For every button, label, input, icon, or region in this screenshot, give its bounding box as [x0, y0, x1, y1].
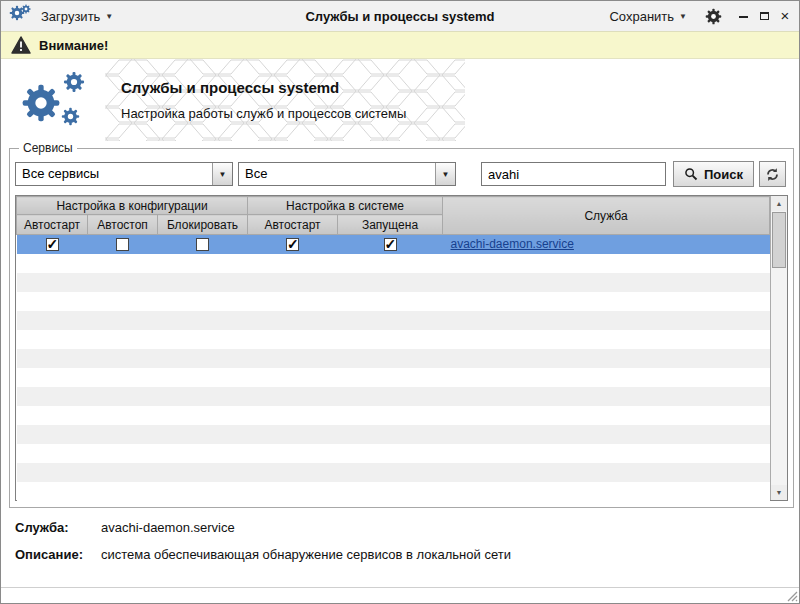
checkbox-config-block[interactable]	[196, 238, 209, 251]
chevron-down-icon: ▼	[105, 12, 113, 21]
column-header-autostart-config: Автостарт	[17, 215, 88, 235]
group-header-system: Настройка в системе	[248, 197, 443, 215]
service-filter-dropdown[interactable]: Все сервисы ▼	[15, 162, 233, 186]
filter-toolbar: Все сервисы ▼ Все ▼ Поиск	[15, 161, 788, 187]
table-empty-row	[17, 349, 770, 368]
table-empty-row	[17, 406, 770, 425]
services-legend: Сервисы	[19, 141, 77, 155]
gears-logo-icon	[17, 67, 109, 133]
refresh-icon	[765, 167, 780, 182]
search-button-label: Поиск	[704, 167, 743, 182]
table-body: avachi-daemon.service	[17, 235, 770, 501]
close-button[interactable]: ×	[779, 9, 791, 23]
gear-icon	[705, 8, 722, 25]
vertical-scrollbar[interactable]: ▲ ▼	[770, 196, 787, 500]
warning-bar: Внимание!	[1, 31, 799, 59]
scroll-up-arrow-icon[interactable]: ▲	[771, 196, 787, 211]
page-subtitle: Настройка работы служб и процессов систе…	[121, 106, 406, 121]
app-gears-icon	[9, 5, 35, 27]
dropdown-arrow-icon[interactable]: ▼	[212, 163, 232, 185]
service-detail-label: Служба:	[15, 520, 101, 535]
save-menu-label: Сохранить	[609, 9, 674, 24]
warning-text: Внимание!	[39, 38, 108, 53]
column-header-autostart-system: Автостарт	[248, 215, 338, 235]
scrollbar-thumb[interactable]	[772, 212, 786, 268]
search-icon	[684, 167, 698, 181]
refresh-button[interactable]	[759, 161, 786, 187]
table-empty-row	[17, 273, 770, 292]
load-menu-label: Загрузить	[41, 9, 100, 24]
chevron-down-icon: ▼	[679, 12, 687, 21]
app-window: Загрузить ▼ Службы и процессы systemd Со…	[0, 0, 800, 604]
details-panel: Служба: avachi-daemon.service Описание: …	[1, 508, 799, 574]
settings-gear-button[interactable]	[703, 6, 723, 26]
table-empty-row	[17, 311, 770, 330]
description-detail-label: Описание:	[15, 547, 101, 562]
page-title: Службы и процессы systemd	[121, 79, 339, 96]
description-detail-value: система обеспечивающая обнаружение серви…	[101, 547, 511, 562]
maximize-button[interactable]	[758, 9, 770, 23]
header-banner: Службы и процессы systemd Настройка рабо…	[1, 59, 799, 141]
load-menu-button[interactable]: Загрузить ▼	[35, 6, 119, 27]
group-header-config: Настройка в конфигурации	[17, 197, 248, 215]
service-link[interactable]: avachi-daemon.service	[451, 237, 574, 251]
hexagon-pattern	[105, 59, 465, 141]
table-empty-row	[17, 254, 770, 273]
title-bar[interactable]: Загрузить ▼ Службы и процессы systemd Со…	[1, 1, 799, 31]
column-header-block: Блокировать	[158, 215, 248, 235]
search-button[interactable]: Поиск	[673, 161, 754, 187]
service-filter-value: Все сервисы	[16, 163, 212, 185]
table-empty-row	[17, 444, 770, 463]
services-table: Настройка в конфигурации Настройка в сис…	[15, 195, 788, 501]
table-empty-row	[17, 425, 770, 444]
table-empty-row	[17, 387, 770, 406]
minimize-button[interactable]	[737, 9, 749, 23]
warning-triangle-icon	[11, 36, 31, 54]
column-header-autostop: Автостоп	[88, 215, 158, 235]
dropdown-arrow-icon[interactable]: ▼	[435, 163, 455, 185]
checkbox-system-autostart[interactable]	[286, 238, 299, 251]
status-bar	[1, 587, 799, 603]
scroll-down-arrow-icon[interactable]: ▼	[771, 485, 787, 500]
table-empty-row	[17, 330, 770, 349]
table-empty-row	[17, 368, 770, 387]
service-detail-value: avachi-daemon.service	[101, 520, 235, 535]
search-input[interactable]	[481, 162, 666, 186]
table-row-selected[interactable]: avachi-daemon.service	[17, 235, 770, 254]
table-empty-row	[17, 482, 770, 501]
state-filter-dropdown[interactable]: Все ▼	[238, 162, 456, 186]
table-empty-row	[17, 463, 770, 482]
resize-grip[interactable]	[786, 590, 798, 602]
save-menu-button[interactable]: Сохранить ▼	[603, 6, 693, 27]
checkbox-config-autostart[interactable]	[46, 238, 59, 251]
checkbox-config-autostop[interactable]	[116, 238, 129, 251]
state-filter-value: Все	[239, 163, 435, 185]
services-group: Сервисы Все сервисы ▼ Все ▼ Поиск	[9, 141, 794, 508]
column-header-running: Запущена	[338, 215, 443, 235]
checkbox-system-running[interactable]	[384, 238, 397, 251]
table-empty-row	[17, 292, 770, 311]
column-header-service: Служба	[443, 197, 770, 235]
